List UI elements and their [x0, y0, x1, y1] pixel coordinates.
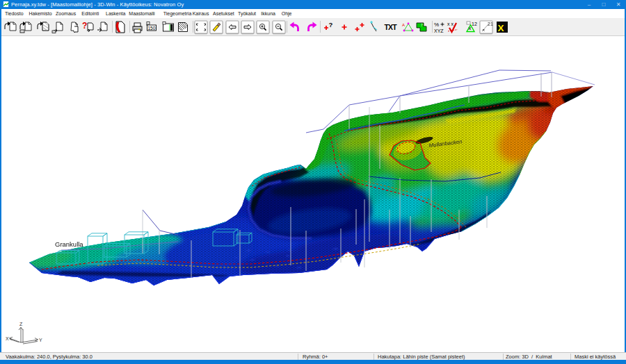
svg-text:12: 12 [472, 22, 477, 26]
svg-text:A: A [402, 23, 405, 27]
svg-text:x x: x x [447, 22, 454, 26]
svg-text:Grankulla: Grankulla [55, 240, 83, 248]
svg-text:150: 150 [148, 26, 156, 31]
svg-text:XYZ: XYZ [434, 28, 444, 33]
svg-text:21: 21 [488, 22, 493, 26]
svg-text:Y: Y [39, 338, 42, 342]
svg-text:Z: Z [19, 322, 23, 326]
svg-text:TXT: TXT [385, 23, 398, 31]
svg-text:?: ? [329, 21, 333, 28]
svg-text:X: X [498, 23, 504, 33]
svg-text:%: % [434, 22, 439, 28]
svg-text:?: ? [82, 21, 87, 31]
svg-text:7: 7 [421, 23, 423, 27]
svg-text:X: X [6, 336, 9, 341]
